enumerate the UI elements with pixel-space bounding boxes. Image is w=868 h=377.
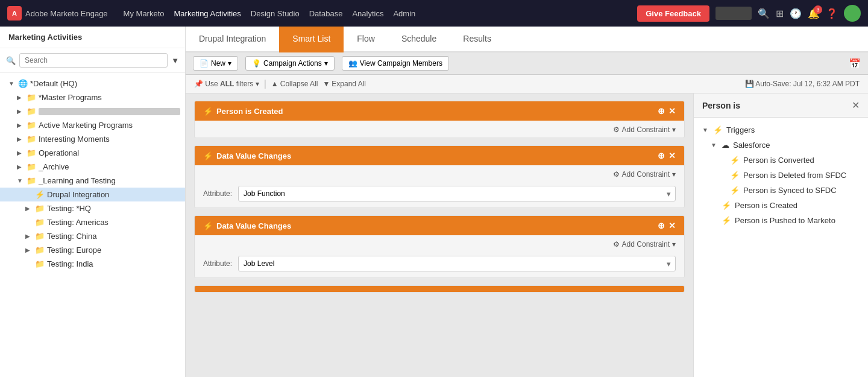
use-label: 📌 Use ALL filters ▾	[194, 80, 259, 88]
sidebar-item-interesting-moments[interactable]: ▶ 📁 Interesting Moments	[0, 132, 185, 146]
sidebar-item-operational[interactable]: ▶ 📁 Operational	[0, 146, 185, 160]
tab-results[interactable]: Results	[450, 27, 505, 52]
expand-all-button[interactable]: ▼ Expand All	[322, 80, 366, 88]
filter-card-person-created: ⚡ Person is Created ⊕ ✕ ⚙ Add Cons	[194, 101, 685, 138]
nav-database[interactable]: Database	[309, 9, 343, 18]
attribute-label-2: Attribute:	[203, 259, 232, 268]
add-constraint-button[interactable]: ⚙ Add Constraint ▾	[613, 170, 676, 179]
logo[interactable]: A Adobe Marketo Engage	[7, 6, 108, 21]
filter-card-title: Person is Created	[216, 107, 283, 116]
info-button[interactable]: ⊕	[658, 151, 665, 160]
user-avatar[interactable]	[844, 5, 861, 22]
sidebar-item-testing-hq[interactable]: ▶ 📁 Testing: *HQ	[0, 201, 185, 215]
sidebar-item-testing-americas[interactable]: 📁 Testing: Americas	[0, 215, 185, 229]
give-feedback-button[interactable]: Give Feedback	[637, 5, 709, 22]
nav-analytics[interactable]: Analytics	[352, 9, 383, 18]
expand-icon: ▼	[322, 80, 330, 88]
header-actions: ⊕ ✕	[658, 221, 676, 230]
close-button[interactable]: ✕	[668, 106, 676, 116]
view-members-button[interactable]: 👥 View Campaign Members	[342, 56, 449, 71]
rp-item-person-synced-sfdc[interactable]: ⚡ Person is Synced to SFDC	[694, 183, 868, 198]
add-constraint-button[interactable]: ⚙ Add Constraint ▾	[613, 125, 676, 134]
autosave-text: Auto-Save: Jul 12, 6:32 AM PDT	[755, 80, 860, 88]
attribute-select[interactable]: Job Function	[238, 186, 676, 201]
search-icon[interactable]: 🔍	[758, 8, 770, 19]
folder-icon: 📁	[35, 232, 45, 241]
tab-drupal-integration[interactable]: Drupal Integration	[186, 27, 279, 52]
filter-card-title: Data Value Changes	[216, 151, 291, 160]
filter-card-header: ⚡ Data Value Changes ⊕ ✕	[195, 216, 684, 235]
campaign-actions-button[interactable]: 💡 Campaign Actions ▾	[245, 56, 335, 71]
rp-label: Person is Synced to SFDC	[743, 186, 837, 195]
sidebar-item-testing-china[interactable]: ▶ 📁 Testing: China	[0, 229, 185, 243]
folder-icon: 📁	[27, 93, 36, 102]
notification-icon[interactable]: 🔔 3	[808, 8, 820, 19]
sidebar-item-learning-testing[interactable]: ▼ 📁 _Learning and Testing	[0, 174, 185, 188]
folder-icon: 📁	[27, 121, 36, 130]
rp-item-person-converted[interactable]: ⚡ Person is Converted	[694, 153, 868, 168]
sidebar-item-label: Active Marketing Programs	[39, 121, 180, 130]
new-button[interactable]: 📄 New ▾	[193, 56, 238, 71]
sidebar-item-label: Testing: Europe	[47, 246, 180, 255]
rp-item-person-created[interactable]: ⚡ Person is Created	[694, 198, 868, 213]
rp-item-person-deleted-sfdc[interactable]: ⚡ Person is Deleted from SFDC	[694, 168, 868, 183]
arrow-icon: ▼	[711, 142, 718, 148]
campaign-actions-label: Campaign Actions	[263, 59, 322, 68]
rp-item-salesforce[interactable]: ▼ ☁ Salesforce	[694, 138, 868, 153]
rp-item-person-pushed-marketo[interactable]: ⚡ Person is Pushed to Marketo	[694, 213, 868, 228]
filter-bar-left: 📌 Use ALL filters ▾ | ▲ Collapse All ▼ E…	[194, 78, 366, 89]
sidebar-item-loading[interactable]: ▶ 📁	[0, 104, 185, 118]
attribute-row: Attribute: Job Function	[195, 182, 684, 208]
tab-flow[interactable]: Flow	[344, 27, 388, 52]
arrow-icon: ▶	[17, 122, 24, 128]
collapse-all-button[interactable]: ▲ Collapse All	[271, 80, 318, 88]
sidebar-item-testing-europe[interactable]: ▶ 📁 Testing: Europe	[0, 243, 185, 257]
sidebar-item-drupal-integration[interactable]: ⚡ Drupal Integration	[0, 188, 185, 201]
close-button[interactable]: ✕	[668, 151, 676, 160]
sidebar-item-default-hq[interactable]: ▼ 🌐 *Default (HQ)	[0, 77, 185, 90]
folder-icon: 📁	[27, 162, 36, 171]
sidebar-item-archive[interactable]: ▶ 📁 _Archive	[0, 160, 185, 174]
info-button[interactable]: ⊕	[658, 221, 665, 230]
filter-bar: 📌 Use ALL filters ▾ | ▲ Collapse All ▼ E…	[186, 75, 868, 93]
grid-icon[interactable]: ⊞	[776, 8, 784, 19]
sidebar-item-master-programs[interactable]: ▶ 📁 *Master Programs	[0, 90, 185, 104]
nav-marketing-activities[interactable]: Marketing Activities	[174, 9, 241, 18]
search-input[interactable]	[19, 53, 168, 68]
tab-schedule[interactable]: Schedule	[388, 27, 450, 52]
sidebar-item-label: *Default (HQ)	[30, 79, 180, 88]
sidebar-item-testing-india[interactable]: 📁 Testing: India	[0, 257, 185, 271]
calendar-icon[interactable]: 📅	[849, 59, 861, 69]
sidebar: Marketing Activities 🔍 ▼ ▼ 🌐 *Default (H…	[0, 27, 186, 377]
nav-my-marketo[interactable]: My Marketo	[124, 9, 165, 18]
attribute-select-wrapper-2: Job Level	[238, 256, 676, 271]
clock-icon[interactable]: 🕐	[790, 8, 802, 19]
right-panel-close-button[interactable]: ✕	[852, 100, 860, 111]
rp-label: Person is Converted	[743, 156, 814, 165]
arrow-icon: ▼	[17, 177, 24, 184]
rp-item-triggers[interactable]: ▼ ⚡ Triggers	[694, 122, 868, 138]
sidebar-item-active-marketing[interactable]: ▶ 📁 Active Marketing Programs	[0, 118, 185, 132]
attribute-select-2[interactable]: Job Level	[238, 256, 676, 271]
rp-label: Salesforce	[733, 141, 770, 150]
info-button[interactable]: ⊕	[658, 106, 665, 116]
header-actions: ⊕ ✕	[658, 151, 676, 160]
add-constraint-label: Add Constraint	[622, 125, 670, 134]
nav-admin[interactable]: Admin	[393, 9, 415, 18]
autosave-label: 💾 Auto-Save: Jul 12, 6:32 AM PDT	[745, 80, 860, 88]
help-icon[interactable]: ❓	[826, 8, 838, 19]
folder-icon: 📁	[35, 218, 45, 227]
add-constraint-button[interactable]: ⚙ Add Constraint ▾	[613, 240, 676, 249]
nav-design-studio[interactable]: Design Studio	[251, 9, 300, 18]
attribute-label: Attribute:	[203, 189, 232, 198]
tab-smart-list[interactable]: Smart List	[279, 27, 344, 52]
folder-icon: 📁	[35, 204, 45, 213]
close-button[interactable]: ✕	[668, 221, 676, 230]
nav-right: Give Feedback 🔍 ⊞ 🕐 🔔 3 ❓	[637, 5, 861, 22]
collapse-icon: ▲	[271, 80, 278, 88]
dropdown-arrow[interactable]: ▾	[256, 80, 259, 88]
filter-icon[interactable]: ▼	[171, 56, 179, 65]
sidebar-item-label: _Learning and Testing	[39, 176, 180, 185]
filter-card-data-value-1: ⚡ Data Value Changes ⊕ ✕ ⚙ Add Con	[194, 145, 685, 208]
campaign-dropdown-icon: ▾	[324, 59, 328, 68]
